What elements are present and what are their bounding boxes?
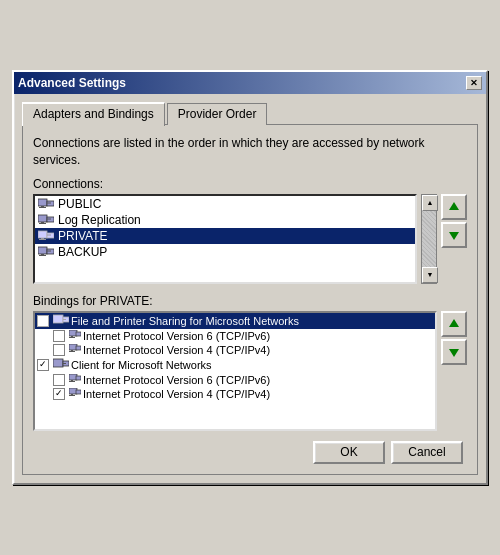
connections-move-up-btn[interactable] [441, 194, 467, 220]
svg-marker-45 [449, 349, 459, 357]
button-row: OK Cancel [33, 441, 467, 464]
checkbox-fps[interactable] [37, 315, 49, 327]
svg-marker-21 [449, 232, 459, 240]
svg-rect-17 [39, 255, 46, 256]
adapter-icon-public [38, 198, 54, 210]
bindings-listbox[interactable]: File and Printer Sharing for Microsoft N… [33, 311, 437, 431]
svg-rect-7 [39, 223, 46, 224]
svg-marker-20 [449, 202, 459, 210]
connection-private[interactable]: PRIVATE [35, 228, 415, 244]
adapter-icon-private [38, 230, 54, 242]
bindings-updown [441, 311, 467, 431]
binding-cfmn-icon [53, 358, 69, 372]
adapter-icon-log [38, 214, 54, 226]
scroll-up-btn[interactable]: ▲ [422, 195, 438, 211]
tab-content: Connections are listed in the order in w… [22, 124, 478, 475]
connections-label: Connections: [33, 177, 467, 191]
binding-fps-ipv4[interactable]: Internet Protocol Version 4 (TCP/IPv4) [35, 343, 435, 357]
tab-row: Adapters and Bindings Provider Order [22, 102, 478, 125]
title-bar-controls: ✕ [466, 76, 482, 90]
connections-updown [441, 194, 467, 284]
advanced-settings-window: Advanced Settings ✕ Adapters and Binding… [12, 70, 488, 485]
window-title: Advanced Settings [18, 76, 126, 90]
svg-rect-32 [76, 346, 81, 350]
svg-rect-39 [76, 376, 81, 380]
binding-cfmn-ipv4-icon [69, 388, 81, 400]
svg-rect-5 [38, 215, 47, 222]
binding-fps-ipv6[interactable]: Internet Protocol Version 6 (TCP/IPv6) [35, 329, 435, 343]
svg-rect-43 [76, 390, 81, 394]
adapter-icon-backup [38, 246, 54, 258]
binding-fps-icon [53, 314, 69, 328]
connection-backup[interactable]: BACKUP [35, 244, 415, 260]
svg-rect-22 [53, 315, 63, 323]
description-text: Connections are listed in the order in w… [33, 135, 467, 169]
connections-list-inner: PUBLIC [35, 196, 415, 282]
checkbox-fps-ipv4[interactable] [53, 344, 65, 356]
close-button[interactable]: ✕ [466, 76, 482, 90]
checkbox-cfmn-ipv4[interactable] [53, 388, 65, 400]
connections-row: PUBLIC [33, 194, 467, 284]
binding-cfmn-ipv6[interactable]: Internet Protocol Version 6 (TCP/IPv6) [35, 373, 435, 387]
cancel-button[interactable]: Cancel [391, 441, 463, 464]
binding-cfmn-ipv4[interactable]: Internet Protocol Version 4 (TCP/IPv4) [35, 387, 435, 401]
binding-cfmn[interactable]: Client for Microsoft Networks [35, 357, 435, 373]
svg-rect-0 [38, 199, 47, 206]
svg-marker-44 [449, 319, 459, 327]
svg-rect-42 [69, 395, 75, 396]
svg-rect-15 [38, 247, 47, 254]
title-bar: Advanced Settings ✕ [14, 72, 486, 94]
window-body: Adapters and Bindings Provider Order Con… [14, 94, 486, 483]
connections-move-down-btn[interactable] [441, 222, 467, 248]
checkbox-cfmn[interactable] [37, 359, 49, 371]
svg-rect-27 [69, 337, 75, 338]
svg-rect-33 [53, 359, 63, 367]
svg-rect-28 [76, 332, 81, 336]
binding-fps[interactable]: File and Printer Sharing for Microsoft N… [35, 313, 435, 329]
tab-provider-order[interactable]: Provider Order [167, 103, 268, 125]
checkbox-cfmn-ipv6[interactable] [53, 374, 65, 386]
bindings-row: File and Printer Sharing for Microsoft N… [33, 311, 467, 431]
bindings-label: Bindings for PRIVATE: [33, 294, 467, 308]
svg-rect-10 [38, 231, 47, 238]
scroll-down-btn[interactable]: ▼ [422, 267, 438, 283]
scroll-track [422, 211, 436, 267]
svg-rect-31 [69, 351, 75, 352]
svg-rect-12 [39, 239, 46, 240]
connection-public[interactable]: PUBLIC [35, 196, 415, 212]
svg-rect-38 [69, 381, 75, 382]
checkbox-fps-ipv6[interactable] [53, 330, 65, 342]
binding-fps-ipv4-icon [69, 344, 81, 356]
connections-scrollbar[interactable]: ▲ ▼ [421, 194, 437, 284]
connections-listbox[interactable]: PUBLIC [33, 194, 417, 284]
svg-rect-2 [39, 207, 46, 208]
bindings-move-up-btn[interactable] [441, 311, 467, 337]
ok-button[interactable]: OK [313, 441, 385, 464]
connection-log-replication[interactable]: Log Replication [35, 212, 415, 228]
bindings-move-down-btn[interactable] [441, 339, 467, 365]
binding-cfmn-ipv6-icon [69, 374, 81, 386]
binding-fps-ipv6-icon [69, 330, 81, 342]
tab-adapters-bindings[interactable]: Adapters and Bindings [22, 102, 165, 126]
